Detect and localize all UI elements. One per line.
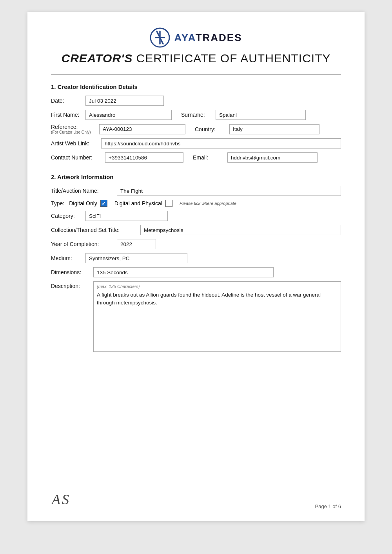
date-row: Date: Jul 03 2022 (51, 96, 341, 106)
signature: A S (51, 489, 74, 509)
category-label: Category: (51, 213, 82, 219)
year-field: 2022 (117, 239, 156, 249)
digital-physical-text: Digital and Physical (114, 200, 162, 206)
year-row: Year of Completion: 2022 (51, 239, 341, 249)
description-row: Description: (max. 125 Characters) A fig… (51, 281, 341, 352)
surname-label: Surname: (181, 112, 212, 118)
medium-row: Medium: Synthesizers, PC (51, 253, 341, 263)
contact-row: Contact Number: +393314110586 Email: hdd… (51, 152, 341, 163)
section2-heading: 2. Artwork Information (51, 174, 341, 180)
collection-row: Collection/Themed Set Title: Metempsycho… (51, 225, 341, 235)
signature-svg: A S (51, 489, 74, 507)
description-label: Description: (51, 281, 90, 289)
collection-label: Collection/Themed Set Title: (51, 227, 137, 233)
reference-label: Reference: (51, 124, 96, 130)
tick-note: Please tick where appropriate (180, 201, 236, 206)
page-footer: A S Page 1 of 6 (51, 489, 341, 509)
title-label: Title/Auction Name: (51, 188, 114, 194)
svg-text:S: S (62, 492, 69, 507)
medium-field: Synthesizers, PC (85, 253, 187, 263)
reference-sublabel: (For Curator Use Only) (51, 130, 96, 134)
firstname-label: First Name: (51, 112, 82, 118)
header-divider (51, 74, 341, 75)
type-row: Type: Digital Only Digital and Physical … (51, 200, 341, 207)
contact-label: Contact Number: (51, 154, 102, 161)
category-field: SciFi (85, 211, 168, 221)
weblink-row: Artist Web Link: https://soundcloud.com/… (51, 138, 341, 148)
certificate-page: AYATRADES CREATOR'S CERTIFICATE OF AUTHE… (27, 12, 365, 521)
section-creator-details: 1. Creator Identification Details Date: … (51, 83, 341, 163)
medium-label: Medium: (51, 255, 82, 261)
section-artwork-info: 2. Artwork Information Title/Auction Nam… (51, 174, 341, 352)
title-field: The Fight (117, 186, 341, 196)
digital-physical-checkbox[interactable] (165, 200, 172, 207)
description-field: (max. 125 Characters) A fight breaks out… (93, 281, 341, 352)
logo-area: AYATRADES (150, 27, 242, 48)
description-hint: (max. 125 Characters) (97, 284, 338, 289)
logo-aya: AYA (174, 32, 195, 43)
date-field: Jul 03 2022 (85, 96, 164, 106)
name-row: First Name: Alessandro Surname: Spaiani (51, 110, 341, 120)
page-number: Page 1 of 6 (315, 503, 341, 509)
dimensions-row: Dimensions: 135 Seconds (51, 267, 341, 277)
email-label: Email: (193, 154, 224, 161)
weblink-field: https://soundcloud.com/hddnvbs (101, 138, 341, 148)
dimensions-label: Dimensions: (51, 269, 90, 275)
brand-name: AYATRADES (174, 32, 242, 44)
firstname-field: Alessandro (85, 110, 172, 120)
email-field: hddnvbs@gmail.com (227, 152, 318, 163)
svg-text:A: A (51, 492, 61, 507)
collection-field: Metempsychosis (140, 225, 341, 235)
reference-label-stack: Reference: (For Curator Use Only) (51, 124, 96, 134)
country-field: Italy (229, 124, 319, 134)
doc-title-rest: CERTIFICATE OF AUTHENTICITY (132, 52, 330, 65)
weblink-label: Artist Web Link: (51, 140, 98, 147)
logo-trades: TRADES (196, 32, 242, 43)
document-title: CREATOR'S CERTIFICATE OF AUTHENTICITY (62, 52, 331, 65)
surname-field: Spaiani (216, 110, 306, 120)
page-header: AYATRADES CREATOR'S CERTIFICATE OF AUTHE… (51, 27, 341, 67)
digital-only-checkbox[interactable] (100, 200, 107, 207)
digital-only-text: Digital Only (69, 200, 97, 206)
section1-heading: 1. Creator Identification Details (51, 83, 341, 90)
reference-row: Reference: (For Curator Use Only) AYA-00… (51, 124, 341, 134)
title-row: Title/Auction Name: The Fight (51, 186, 341, 196)
year-label: Year of Completion: (51, 241, 114, 247)
ayatrades-logo-icon (150, 27, 170, 48)
description-text: A fight breaks out as Allion guards foun… (97, 291, 338, 307)
category-row: Category: SciFi (51, 211, 341, 221)
reference-field: AYA-000123 (99, 124, 185, 134)
type-label: Type: (51, 200, 64, 206)
doc-title-bold: CREATOR'S (62, 52, 133, 65)
country-label: Country: (195, 126, 226, 132)
contact-field: +393314110586 (105, 152, 183, 163)
dimensions-field: 135 Seconds (93, 267, 274, 277)
date-label: Date: (51, 98, 82, 104)
